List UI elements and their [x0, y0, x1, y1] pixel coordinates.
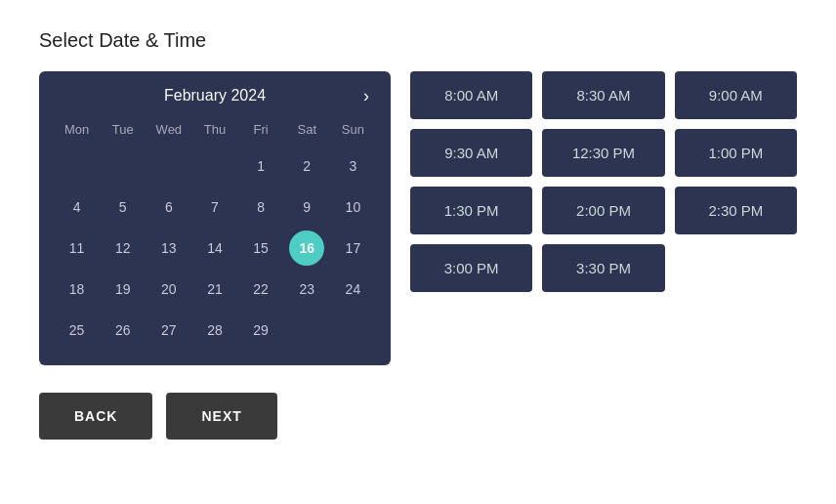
calendar-day-cell[interactable]: 4: [60, 189, 95, 225]
calendar-day-cell[interactable]: 28: [197, 313, 232, 348]
time-slot-button[interactable]: 8:00 AM: [410, 71, 532, 119]
calendar-day-cell[interactable]: 21: [197, 272, 232, 307]
calendar-day-cell[interactable]: 3: [335, 148, 370, 184]
calendar-day-cell: [105, 148, 141, 184]
page-title: Select Date & Time: [39, 29, 797, 52]
calendar-day-cell[interactable]: 11: [60, 231, 95, 266]
bottom-buttons: BACK NEXT: [39, 393, 797, 440]
time-slots-grid: 8:00 AM8:30 AM9:00 AM9:30 AM12:30 PM1:00…: [410, 71, 797, 292]
calendar-day-cell[interactable]: 7: [197, 189, 232, 225]
calendar-day-cell[interactable]: 27: [151, 313, 187, 348]
time-slot-button[interactable]: 1:30 PM: [410, 187, 532, 234]
time-slot-button[interactable]: 3:30 PM: [542, 244, 664, 292]
calendar: February 2024 › MonTueWedThuFriSatSun123…: [39, 71, 391, 365]
calendar-next-button[interactable]: ›: [357, 86, 375, 106]
calendar-day-cell[interactable]: 15: [243, 231, 278, 266]
time-slot-button[interactable]: 1:00 PM: [675, 129, 797, 177]
calendar-grid: MonTueWedThuFriSatSun1234567891011121314…: [55, 118, 375, 350]
calendar-day-header: Sat: [285, 118, 329, 145]
calendar-day-cell[interactable]: 18: [60, 272, 95, 307]
calendar-day-cell[interactable]: 24: [335, 272, 370, 307]
calendar-day-cell[interactable]: 19: [105, 272, 141, 307]
calendar-day-cell[interactable]: 29: [243, 313, 278, 348]
calendar-day-cell[interactable]: 26: [105, 313, 141, 348]
calendar-day-cell[interactable]: 25: [60, 313, 95, 348]
time-slot-button[interactable]: 12:30 PM: [542, 129, 664, 177]
calendar-day-cell[interactable]: 22: [243, 272, 278, 307]
main-content: February 2024 › MonTueWedThuFriSatSun123…: [39, 71, 797, 365]
calendar-day-cell[interactable]: 14: [197, 231, 232, 266]
calendar-day-cell[interactable]: 23: [289, 272, 324, 307]
next-button[interactable]: NEXT: [166, 393, 276, 440]
back-button[interactable]: BACK: [39, 393, 152, 440]
calendar-day-cell: [335, 313, 370, 348]
calendar-day-cell[interactable]: 16: [289, 231, 324, 266]
time-slot-button[interactable]: 2:00 PM: [542, 187, 664, 234]
calendar-day-cell[interactable]: 2: [289, 148, 324, 184]
calendar-day-header: Tue: [101, 118, 145, 145]
calendar-day-cell: [197, 148, 232, 184]
time-slot-button[interactable]: 2:30 PM: [675, 187, 797, 234]
calendar-day-cell[interactable]: 17: [335, 231, 370, 266]
calendar-day-header: Mon: [55, 118, 99, 145]
calendar-title: February 2024: [55, 87, 375, 105]
calendar-day-cell[interactable]: 20: [151, 272, 187, 307]
calendar-day-cell[interactable]: 13: [151, 231, 187, 266]
page-container: Select Date & Time February 2024 › MonTu…: [39, 20, 797, 449]
calendar-day-cell: [289, 313, 324, 348]
time-slot-button[interactable]: 9:00 AM: [675, 71, 797, 119]
time-slot-button[interactable]: 3:00 PM: [410, 244, 532, 292]
calendar-day-cell[interactable]: 5: [105, 189, 141, 225]
time-slot-button[interactable]: 9:30 AM: [410, 129, 532, 177]
calendar-day-cell[interactable]: 12: [105, 231, 141, 266]
calendar-header: February 2024 ›: [55, 87, 375, 105]
calendar-day-header: Wed: [146, 118, 190, 145]
calendar-day-header: Sun: [331, 118, 375, 145]
calendar-day-cell: [151, 148, 187, 184]
calendar-day-header: Thu: [192, 118, 236, 145]
calendar-day-cell: [60, 148, 95, 184]
time-slot-button[interactable]: 8:30 AM: [542, 71, 664, 119]
calendar-day-cell[interactable]: 6: [151, 189, 187, 225]
calendar-day-cell[interactable]: 9: [289, 189, 324, 225]
calendar-day-cell[interactable]: 1: [243, 148, 278, 184]
calendar-day-header: Fri: [239, 118, 283, 145]
calendar-day-cell[interactable]: 10: [335, 189, 370, 225]
calendar-day-cell[interactable]: 8: [243, 189, 278, 225]
